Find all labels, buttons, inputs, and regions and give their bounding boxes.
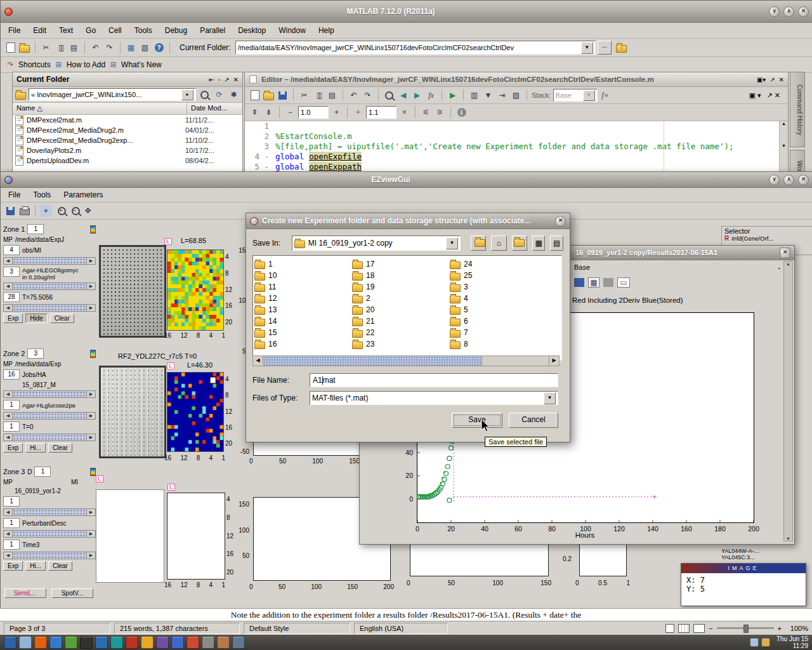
- menu-item[interactable]: Go: [86, 26, 96, 35]
- increase-value-icon[interactable]: +: [331, 107, 343, 119]
- breadcrumb-arrow[interactable]: ▸: [181, 90, 193, 100]
- cell-break-icon[interactable]: ⚞: [434, 107, 446, 119]
- editor-undock-icon[interactable]: ↗: [769, 76, 775, 83]
- menu-item[interactable]: Desktop: [238, 26, 266, 35]
- folder-dropdown-arrow[interactable]: ▼: [581, 42, 593, 54]
- shortcut-whats-new[interactable]: What's New: [121, 60, 162, 69]
- scroll-thumb[interactable]: [263, 356, 482, 366]
- outdent-icon[interactable]: ⇟: [263, 107, 275, 119]
- zone2-time-spinner[interactable]: 1: [3, 421, 20, 432]
- dock-icon[interactable]: ⇤: [209, 76, 214, 83]
- minimize-button[interactable]: ∨: [769, 6, 780, 17]
- minimize-button[interactable]: ∨: [769, 175, 780, 185]
- word-count[interactable]: 215 words, 1,387 characters: [114, 623, 240, 634]
- maximize-button[interactable]: ∧: [783, 6, 794, 17]
- undo-icon[interactable]: ↶: [348, 90, 360, 102]
- zone2-media-spinner[interactable]: 1: [3, 400, 20, 410]
- menu-item[interactable]: Parallel: [200, 26, 225, 35]
- taskbar-app-icon[interactable]: [34, 636, 47, 649]
- fx-icon[interactable]: fx: [425, 90, 437, 102]
- cell-divider-icon[interactable]: ⚟: [420, 107, 432, 119]
- zoom-level[interactable]: 100%: [785, 625, 808, 632]
- dialog-titlebar[interactable]: Create new Experiment folder and data st…: [246, 213, 570, 229]
- taskbar-app-icon[interactable]: [80, 636, 93, 649]
- close-panel-icon[interactable]: ✕: [233, 76, 239, 83]
- zone1-clear-button[interactable]: Clear: [50, 314, 74, 323]
- results-colormap-icon[interactable]: [574, 278, 584, 287]
- edit-plot-icon[interactable]: ⌖: [40, 205, 52, 217]
- colormap-icon[interactable]: [90, 468, 96, 476]
- file-row[interactable]: DpertsUploadDev.m 08/04/2...: [13, 156, 242, 166]
- folder-item[interactable]: 16: [254, 338, 350, 350]
- paragraph-style[interactable]: Default Style: [244, 623, 350, 634]
- folder-item[interactable]: 21: [352, 315, 447, 327]
- open-file-icon[interactable]: [18, 42, 30, 54]
- results-panel-icon[interactable]: ▭: [617, 277, 630, 288]
- image-panel-titlebar[interactable]: IMAGE: [681, 564, 806, 573]
- plate-photo-2[interactable]: [99, 366, 166, 458]
- taskbar-app-icon[interactable]: [49, 636, 62, 649]
- zone1-plate-spinner[interactable]: 4: [3, 245, 20, 255]
- taskbar-app-icon[interactable]: [217, 636, 230, 649]
- results-gray-icon[interactable]: [603, 278, 613, 287]
- folder-item[interactable]: 20: [352, 304, 447, 315]
- zone2-plate-spinner[interactable]: 16: [3, 369, 20, 380]
- simulink-icon[interactable]: ▦: [125, 42, 137, 54]
- restore-icon[interactable]: ▫: [218, 76, 221, 83]
- cell-next-icon[interactable]: ⇥: [496, 90, 508, 102]
- folder-list[interactable]: 110111213141516 171819220212223 24253456…: [252, 255, 562, 361]
- current-folder-combo[interactable]: /media/data/EASY/InovImager_jwrCF_WINLin…: [235, 41, 596, 55]
- multiply-value-icon[interactable]: ×: [398, 107, 410, 119]
- zoom-slider[interactable]: [717, 627, 774, 629]
- detail-view-button[interactable]: ▤: [550, 235, 563, 251]
- taskbar-app-icon[interactable]: [110, 636, 123, 649]
- window-menu-icon[interactable]: [4, 8, 13, 16]
- results-stack-value[interactable]: Base: [574, 263, 590, 271]
- folder-item[interactable]: 10: [254, 270, 350, 281]
- home-button[interactable]: ⌂: [491, 235, 506, 251]
- editor-split-icon[interactable]: ↗ ✕: [767, 91, 781, 100]
- menu-item[interactable]: File: [8, 26, 20, 35]
- menu-item[interactable]: Debug: [165, 26, 187, 35]
- run-icon[interactable]: ▶: [447, 90, 459, 102]
- redo-icon[interactable]: ↷: [103, 42, 115, 54]
- semilog-button[interactable]: SemiL...: [4, 588, 46, 598]
- file-row[interactable]: DMPexcel2mat_MediaDrug2exp... 11/10/2...: [13, 135, 242, 145]
- zone1-media-spinner[interactable]: 3: [3, 267, 20, 277]
- print-icon[interactable]: [18, 205, 30, 217]
- guide-icon[interactable]: ▧: [139, 42, 151, 54]
- scroll-right-arrow[interactable]: ▶: [549, 356, 559, 366]
- file-row[interactable]: DMPexcel2mat.m 11/11/2...: [13, 115, 242, 125]
- folder-breadcrumb-combo[interactable]: « InovImager_jwrCF_WINLinx150... ▸: [29, 88, 196, 101]
- cell-mode-icon[interactable]: ▥: [468, 90, 480, 102]
- ezview-window-icon[interactable]: [4, 176, 13, 184]
- plate-photo-1[interactable]: [99, 245, 166, 338]
- tray-volume-icon[interactable]: [750, 638, 759, 647]
- view-single-page-icon[interactable]: [665, 624, 674, 633]
- zoom-in-icon[interactable]: +: [54, 205, 66, 217]
- folder-item[interactable]: 23: [352, 338, 447, 350]
- folder-item[interactable]: 12: [254, 293, 350, 304]
- folder-list-hscrollbar[interactable]: ◀ ▶: [252, 355, 560, 366]
- editor-pane-icon[interactable]: ▣ ▾: [749, 91, 761, 100]
- folder-item[interactable]: 14: [254, 315, 350, 327]
- zone3-media-spinner[interactable]: 1: [3, 518, 20, 528]
- fx-find-icon[interactable]: f≡: [599, 90, 612, 102]
- zone2-clear-button[interactable]: Clear: [48, 443, 72, 453]
- gear-icon[interactable]: ✱: [228, 89, 240, 101]
- folder-item[interactable]: 2: [352, 293, 447, 304]
- folder-item[interactable]: 18: [352, 270, 447, 281]
- file-row[interactable]: DMPexcel2mat_MediaDrug2.m 04/01/2...: [13, 125, 242, 135]
- heatmap-2[interactable]: [167, 372, 224, 452]
- zone2-plate-slider[interactable]: ◀▶: [3, 390, 96, 398]
- taskbar-app-icon[interactable]: [202, 636, 214, 649]
- zone3-hide-button[interactable]: Hi...: [25, 561, 46, 571]
- zone2-time-slider[interactable]: ◀▶: [3, 434, 96, 441]
- zone1-exp-button[interactable]: Exp: [3, 314, 23, 323]
- close-button[interactable]: ✕: [798, 175, 809, 185]
- publish-icon[interactable]: ▨: [510, 90, 522, 102]
- paste-icon[interactable]: ▤: [326, 90, 338, 102]
- zone1-time-slider[interactable]: ◀▶: [3, 304, 96, 312]
- redo-icon[interactable]: ↷: [362, 90, 374, 102]
- zone3-plate-spinner[interactable]: 1: [3, 496, 20, 507]
